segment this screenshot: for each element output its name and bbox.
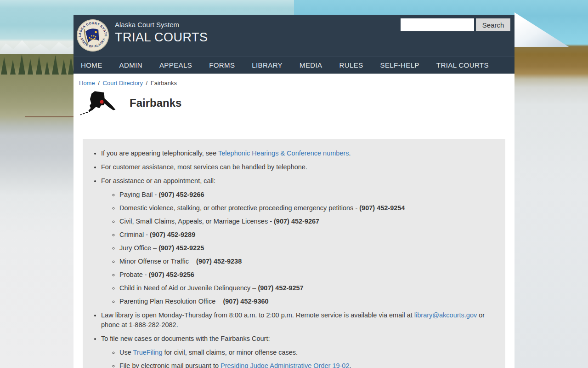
list-item: Jury Office – (907) 452-9225 bbox=[119, 243, 487, 253]
content-link[interactable]: library@akcourts.gov bbox=[414, 311, 477, 319]
list-item-text: Law library is open Monday-Thursday from… bbox=[101, 311, 414, 319]
phone-number: (907) 452-9360 bbox=[223, 298, 268, 305]
list-item: Criminal - (907) 452-9289 bbox=[119, 230, 487, 240]
list-item-text: Paying Bail - bbox=[119, 191, 158, 198]
phone-number: (907) 452-9266 bbox=[158, 191, 204, 198]
list-item-text: Child in Need of Aid or Juvenile Delinqu… bbox=[119, 284, 258, 292]
content-link[interactable]: TrueFiling bbox=[133, 349, 163, 356]
list-item: Child in Need of Aid or Juvenile Delinqu… bbox=[119, 283, 487, 293]
alaska-map-icon bbox=[79, 88, 122, 118]
list-item: For assistance or an appointment, call:P… bbox=[101, 176, 487, 306]
breadcrumb: Home / Court Directory / Fairbanks bbox=[74, 74, 514, 86]
list-item-text: To file new cases or documents with the … bbox=[101, 335, 270, 342]
breadcrumb-link-court-directory[interactable]: Court Directory bbox=[103, 80, 143, 86]
site-section-title: TRIAL COURTS bbox=[115, 30, 208, 45]
phone-number: (907) 452-9257 bbox=[258, 284, 303, 292]
main-nav: HOMEADMINAPPEALSFORMSLIBRARYMEDIARULESSE… bbox=[74, 56, 514, 74]
page-container: ALASKA COURT SYSTEM STATE OF ALASKA Alas… bbox=[74, 15, 514, 368]
site-header: ALASKA COURT SYSTEM STATE OF ALASKA Alas… bbox=[74, 15, 514, 56]
search-bar: Search bbox=[401, 18, 510, 31]
list-item-text: If you are appearing telephonically, see bbox=[101, 150, 218, 157]
list-item: Civil, Small Claims, Appeals, or Marriag… bbox=[119, 217, 487, 226]
list-item: Minor Offense or Traffic – (907) 452-923… bbox=[119, 257, 487, 266]
page-heading-row: Fairbanks bbox=[79, 88, 514, 118]
list-item-text: Civil, Small Claims, Appeals, or Marriag… bbox=[119, 218, 274, 225]
list-item-text: Domestic violence, stalking, or other pr… bbox=[119, 204, 359, 212]
nav-item-rules[interactable]: RULES bbox=[339, 61, 363, 69]
phone-number: (907) 452-9289 bbox=[150, 231, 195, 238]
nav-item-self-help[interactable]: SELF-HELP bbox=[380, 61, 419, 69]
alaska-court-seal-logo: ALASKA COURT SYSTEM STATE OF ALASKA bbox=[76, 19, 109, 52]
list-item-text: . bbox=[349, 150, 351, 157]
nav-item-home[interactable]: HOME bbox=[81, 61, 102, 69]
list-item: To file new cases or documents with the … bbox=[101, 334, 487, 368]
background-boardwalk bbox=[25, 116, 74, 117]
list-item: File by electronic mail pursuant to Pres… bbox=[119, 361, 487, 368]
list-item: Parenting Plan Resolution Office – (907)… bbox=[119, 297, 487, 306]
phone-number: (907) 452-9225 bbox=[158, 244, 204, 252]
search-button[interactable]: Search bbox=[476, 18, 510, 31]
list-item-text: Probate - bbox=[119, 271, 149, 278]
list-item-text: For customer assistance, most services c… bbox=[101, 163, 307, 171]
site-name: Alaska Court System bbox=[115, 21, 208, 29]
content-link[interactable]: Presiding Judge Administrative Order 19-… bbox=[220, 362, 349, 368]
phone-number: (907) 452-9267 bbox=[274, 218, 319, 225]
fairbanks-location-dot bbox=[100, 100, 104, 104]
list-item-text: Jury Office – bbox=[119, 244, 158, 252]
list-item: For customer assistance, most services c… bbox=[101, 162, 487, 172]
page-title: Fairbanks bbox=[130, 97, 181, 109]
list-item-text: Minor Offense or Traffic – bbox=[119, 258, 196, 265]
list-item: Probate - (907) 452-9256 bbox=[119, 270, 487, 280]
site-identity: Alaska Court System TRIAL COURTS bbox=[115, 21, 208, 45]
list-item-text: Parenting Plan Resolution Office – bbox=[119, 298, 223, 305]
list-item-text: Use bbox=[119, 349, 133, 356]
breadcrumb-link-home[interactable]: Home bbox=[79, 80, 95, 86]
list-item: If you are appearing telephonically, see… bbox=[101, 149, 487, 158]
nav-item-admin[interactable]: ADMIN bbox=[119, 61, 142, 69]
content-sublist: Paying Bail - (907) 452-9266Domestic vio… bbox=[101, 190, 487, 306]
list-item: Use TrueFiling for civil, small claims, … bbox=[119, 348, 487, 357]
list-item-text: . bbox=[350, 362, 351, 368]
phone-number: (907) 452-9256 bbox=[149, 271, 194, 278]
list-item-text: for civil, small claims, or minor offens… bbox=[163, 349, 298, 356]
nav-item-media[interactable]: MEDIA bbox=[300, 61, 322, 69]
content-link[interactable]: Telephonic Hearings & Conference numbers bbox=[218, 150, 349, 157]
list-item-text: File by electronic mail pursuant to bbox=[119, 362, 220, 368]
breadcrumb-current: Fairbanks bbox=[151, 80, 177, 86]
list-item-text: Criminal - bbox=[119, 231, 150, 238]
breadcrumb-separator: / bbox=[95, 80, 103, 86]
phone-number: (907) 452-9254 bbox=[359, 204, 405, 212]
content-box: If you are appearing telephonically, see… bbox=[83, 139, 505, 368]
list-item-text: For assistance or an appointment, call: bbox=[101, 177, 215, 184]
list-item: Law library is open Monday-Thursday from… bbox=[101, 310, 487, 330]
nav-item-forms[interactable]: FORMS bbox=[209, 61, 235, 69]
phone-number: (907) 452-9238 bbox=[196, 258, 242, 265]
breadcrumb-separator: / bbox=[143, 80, 151, 86]
content-list: If you are appearing telephonically, see… bbox=[83, 149, 487, 368]
list-item: Paying Bail - (907) 452-9266 bbox=[119, 190, 487, 200]
nav-item-appeals[interactable]: APPEALS bbox=[159, 61, 192, 69]
nav-item-library[interactable]: LIBRARY bbox=[252, 61, 283, 69]
list-item: Domestic violence, stalking, or other pr… bbox=[119, 203, 487, 213]
content-sublist: Use TrueFiling for civil, small claims, … bbox=[101, 348, 487, 368]
search-input[interactable] bbox=[401, 18, 474, 31]
nav-item-trial-courts[interactable]: TRIAL COURTS bbox=[436, 61, 489, 69]
